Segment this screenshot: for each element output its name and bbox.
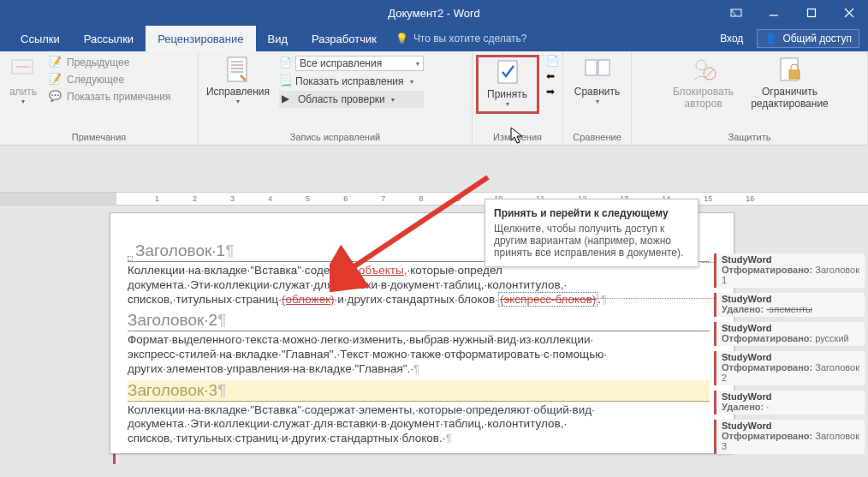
share-button[interactable]: 👤 Общий доступ: [757, 29, 859, 48]
group-label: Изменения: [479, 132, 556, 145]
signin-link[interactable]: Вход: [720, 33, 743, 45]
restrict-editing-icon: [776, 55, 805, 84]
tab-review[interactable]: Рецензирование: [146, 26, 255, 51]
group-comments: алить ▾ 📝Предыдущее 📝Следующее 💬Показать…: [0, 51, 199, 145]
group-tracking: Исправления ▾ 📄 Все исправления▾ 📃 Показ…: [199, 51, 473, 145]
ribbon: алить ▾ 📝Предыдущее 📝Следующее 💬Показать…: [0, 51, 868, 146]
svg-point-16: [696, 60, 706, 70]
accept-button[interactable]: Принять ▾: [482, 57, 533, 108]
group-label: Запись исправлений: [205, 132, 465, 145]
revision-item[interactable]: StudyWordУдалено: ·: [714, 391, 865, 414]
next-icon: 📝: [49, 73, 62, 86]
revision-item[interactable]: StudyWordОтформатировано: Заголовок 2: [714, 351, 865, 385]
track-changes-button[interactable]: Исправления ▾: [205, 55, 271, 105]
delete-comment-button[interactable]: алить ▾: [7, 55, 39, 105]
ribbon-tabs: Ссылки Рассылки Рецензирование Вид Разра…: [0, 26, 868, 51]
paragraph: списков,·титульных·страниц·и·других·стан…: [128, 432, 710, 446]
prev-change-button[interactable]: ⬅: [546, 70, 560, 84]
next-change-button[interactable]: ➡: [546, 86, 560, 99]
group-protect: Блокировать авторов Ограничить редактиро…: [632, 51, 868, 145]
markup-view-icon: 📄: [279, 57, 293, 70]
delete-comment-icon: [9, 55, 38, 84]
svg-rect-13: [498, 61, 517, 83]
group-label: Примечания: [7, 132, 191, 145]
paragraph: экспресс-стилей·на·вкладке·"Главная".·Те…: [128, 348, 710, 362]
chevron-down-icon: ▾: [506, 100, 509, 108]
previous-comment-button[interactable]: 📝Предыдущее: [46, 55, 174, 70]
chevron-down-icon: ▾: [236, 98, 240, 105]
paragraph: других·элементов·управления·на·вкладке·"…: [128, 362, 710, 377]
svg-rect-14: [586, 60, 597, 75]
accept-highlight: Принять ▾: [476, 55, 539, 114]
show-comments-button[interactable]: 💬Показать примечания: [46, 89, 174, 104]
horizontal-ruler[interactable]: 32112345678910111213141516: [0, 192, 868, 206]
deleted-text: (обложек): [282, 293, 334, 306]
restrict-editing-button[interactable]: Ограничить редактирование: [747, 55, 833, 110]
person-icon: 👤: [764, 33, 777, 45]
paragraph: документа.·Эти·коллекции·служат·для·вста…: [128, 278, 710, 293]
show-comments-icon: 💬: [49, 90, 62, 104]
revisions-pane: StudyWordОтформатировано: Заголовок 1 St…: [714, 253, 865, 459]
title-bar: Документ2 - Word: [0, 0, 868, 26]
tooltip: Принять и перейти к следующему Щелкните,…: [485, 199, 699, 267]
show-markup-button[interactable]: 📃 Показать исправления▾: [279, 74, 424, 89]
tab-mailings[interactable]: Рассылки: [72, 26, 146, 51]
paragraph: документа.·Эти·коллекции·служат·для·вста…: [128, 417, 710, 432]
lightbulb-icon: 💡: [395, 33, 408, 45]
connector: [574, 298, 719, 299]
group-compare: Сравнить ▾ Сравнение: [563, 51, 632, 145]
review-pane-icon: ▶: [282, 92, 295, 106]
inserted-text: объекты,: [359, 264, 407, 277]
tell-me-search[interactable]: 💡 Что вы хотите сделать?: [395, 26, 527, 51]
tab-view[interactable]: Вид: [256, 26, 300, 51]
block-authors-button[interactable]: Блокировать авторов: [667, 55, 740, 110]
tooltip-body: Щелкните, чтобы получить доступ к другим…: [494, 223, 689, 259]
heading-3: Заголовок·3¶: [128, 380, 710, 402]
document-title: Документ2 - Word: [0, 7, 868, 20]
deleted-text: (экспресс-блоков): [498, 292, 597, 307]
group-label: Сравнение: [570, 132, 624, 145]
paragraph: списков,·титульных·страниц·(обложек)·и·д…: [128, 293, 710, 307]
tooltip-title: Принять и перейти к следующему: [494, 207, 689, 219]
show-markup-icon: 📃: [279, 75, 293, 88]
block-authors-icon: [689, 55, 718, 84]
compare-icon: [583, 55, 612, 84]
accept-icon: [493, 57, 522, 86]
tab-references[interactable]: Ссылки: [9, 26, 72, 51]
chevron-down-icon: ▾: [596, 98, 599, 105]
svg-rect-20: [789, 70, 800, 79]
revision-item[interactable]: StudyWordОтформатировано: Заголовок 1: [714, 253, 865, 288]
revision-item[interactable]: StudyWordОтформатировано: Заголовок 3: [714, 420, 865, 454]
heading-2: Заголовок·2¶: [128, 310, 710, 331]
paragraph: Формат·выделенного·текста·можно·легко·из…: [128, 333, 710, 348]
group-label: Защитить: [639, 132, 860, 145]
svg-line-18: [705, 69, 714, 78]
svg-rect-15: [598, 60, 609, 75]
revision-item[interactable]: StudyWordОтформатировано: русский: [714, 322, 865, 346]
group-changes: Принять ▾ 📄 ⬅ ➡ Изменения: [473, 51, 563, 145]
reject-button[interactable]: 📄: [546, 55, 560, 69]
markup-view-select[interactable]: 📄 Все исправления▾: [279, 55, 424, 72]
tab-developer[interactable]: Разработчик: [300, 26, 389, 51]
paragraph: Коллекции·на·вкладке·"Вставка"·содержат·…: [128, 403, 710, 418]
track-changes-icon: [223, 55, 253, 84]
chevron-down-icon: ▾: [21, 98, 25, 105]
review-pane-button[interactable]: ▶ Область проверки▾: [279, 91, 424, 108]
prev-icon: 📝: [49, 56, 62, 69]
next-comment-button[interactable]: 📝Следующее: [46, 72, 174, 87]
revision-item[interactable]: StudyWordУдалено: ·элементы: [714, 293, 865, 317]
compare-button[interactable]: Сравнить ▾: [570, 55, 624, 105]
